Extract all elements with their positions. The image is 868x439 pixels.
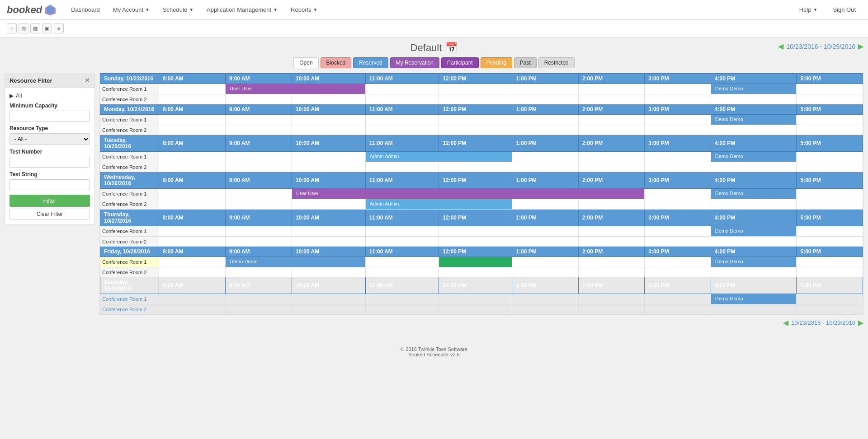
nav-help[interactable]: Help ▼ [794, 3, 823, 17]
sunday-room2-c7[interactable] [578, 94, 644, 104]
sunday-11am: 11:00 AM [365, 74, 439, 84]
nav-app-management[interactable]: Application Management ▼ [201, 3, 283, 17]
thursday-room1-res1[interactable]: Demo Demo [713, 227, 745, 234]
test-number-input[interactable] [9, 157, 90, 168]
table-row: Conference Room 2 [100, 162, 863, 172]
sunday-room1-c2[interactable]: User User [225, 84, 365, 94]
legend-restricted[interactable]: Restricted [538, 57, 575, 68]
sunday-room2-c5[interactable] [439, 94, 512, 104]
table-row: Conference Room 2 [100, 267, 863, 277]
sunday-room1-c7[interactable] [645, 84, 711, 94]
sunday-room2-c9[interactable] [711, 94, 797, 104]
monday-label: Monday, 10/24/2016 [100, 104, 159, 115]
brand: booked [7, 4, 57, 16]
calendar-icon: 📅 [445, 42, 458, 54]
test-string-input[interactable] [9, 179, 90, 190]
monday-room1-res1[interactable]: Demo Demo [713, 116, 745, 123]
toolbar-monthly-icon[interactable]: ▣ [42, 23, 52, 33]
legend-blocked[interactable]: Blocked [321, 57, 352, 68]
footer-line2: Booked Scheduler v2.6 [7, 352, 861, 357]
friday-room1-res2[interactable] [441, 262, 445, 264]
nav-reports[interactable]: Reports ▼ [285, 3, 323, 17]
wednesday-room1-res1[interactable]: User User [294, 190, 321, 197]
legend-pending[interactable]: Pending [481, 57, 512, 68]
test-number-label: Test Number [9, 149, 90, 155]
min-capacity-input[interactable] [9, 111, 90, 121]
sunday-room2-c1[interactable] [159, 94, 226, 104]
calendar-title: Default 📅 [410, 42, 458, 54]
sunday-room1-res2[interactable]: Demo Demo [713, 85, 745, 92]
table-row: Conference Room 1 Demo Demo [100, 115, 863, 125]
bottom-prev-arrow[interactable]: ◀ [783, 318, 788, 327]
wednesday-room2-res1[interactable]: Admin Admin [368, 200, 401, 207]
sunday-room2-c6[interactable] [512, 94, 578, 104]
legend-open[interactable]: Open [293, 57, 318, 68]
bottom-next-arrow[interactable]: ▶ [858, 318, 863, 327]
toolbar-home-icon[interactable]: ⌂ [7, 23, 17, 33]
sunday-room1-c4[interactable] [439, 84, 512, 94]
bottom-date-nav: ◀ 10/23/2016 - 10/29/2016 ▶ [5, 315, 863, 331]
sunday-room1-c9[interactable] [797, 84, 863, 94]
friday-room1-res1[interactable]: Demo Demo [227, 258, 260, 265]
legend-participant[interactable]: Participant [441, 57, 479, 68]
logo-text: booked [7, 4, 42, 16]
tuesday-room2-name: Conference Room 2 [100, 162, 159, 172]
sidebar-close-icon[interactable]: ✕ [85, 77, 90, 84]
app-management-caret: ▼ [273, 7, 278, 12]
clear-filter-button[interactable]: Clear Filter [9, 209, 90, 220]
sunday-4pm: 4:00 PM [711, 74, 797, 84]
tuesday-room1-res2[interactable]: Demo Demo [713, 153, 745, 160]
legend-reserved[interactable]: Reserved [353, 57, 388, 68]
nav-dashboard[interactable]: Dashboard [66, 3, 105, 17]
wednesday-room2-name: Conference Room 2 [100, 199, 159, 210]
friday-room1-name: Conference Room 1 [100, 257, 159, 267]
toolbar-list-icon[interactable]: ≡ [54, 23, 64, 33]
day-wednesday: Wednesday, 10/26/2016 8:00 AM 9:00 AM 10… [100, 172, 863, 189]
filter-button[interactable]: Filter [9, 195, 90, 207]
monday-room2-name: Conference Room 2 [100, 125, 159, 135]
sunday-room2-c4[interactable] [365, 94, 439, 104]
legend-past[interactable]: Past [514, 57, 537, 68]
sunday-2pm: 2:00 PM [578, 74, 644, 84]
schedule-caret: ▼ [189, 7, 193, 12]
toolbar-daily-icon[interactable]: ▤ [19, 23, 28, 33]
tuesday-room1-res1[interactable]: Admin Admin [368, 153, 401, 160]
sunday-room2-c8[interactable] [645, 94, 711, 104]
friday-room1-res3[interactable]: Demo Demo [713, 258, 745, 265]
sunday-room1-c1[interactable] [159, 84, 226, 94]
day-monday: Monday, 10/24/2016 8:00 AM 9:00 AM 10:00… [100, 104, 863, 115]
saturday-label: Saturday, 10/29/2016 [100, 277, 159, 294]
toolbar-weekly-icon[interactable]: ▦ [30, 23, 40, 33]
prev-week-arrow[interactable]: ◀ [778, 42, 783, 51]
schedule-table: Sunday, 10/23/2016 8:00 AM 9:00 AM 10:00… [100, 73, 863, 314]
table-row: Conference Room 1 Demo Demo [100, 294, 863, 304]
nav-my-account[interactable]: My Account ▼ [108, 3, 155, 17]
filter-all-label: All [16, 93, 22, 99]
next-week-arrow[interactable]: ▶ [858, 42, 863, 51]
sunday-room2-c2[interactable] [225, 94, 292, 104]
sunday-room1-c6[interactable] [578, 84, 644, 94]
legend-my-reservation[interactable]: My Reservation [390, 57, 439, 68]
sunday-room1-c8[interactable]: Demo Demo [711, 84, 797, 94]
sunday-3pm: 3:00 PM [645, 74, 711, 84]
legend: Open Blocked Reserved My Reservation Par… [5, 57, 863, 68]
sunday-room2-c10[interactable] [797, 94, 863, 104]
date-range-text: 10/23/2016 - 10/29/2016 [786, 43, 855, 50]
table-row: Conference Room 1 Demo Demo [100, 257, 863, 267]
sidebar-body: ▶ All Minimum Capacity Resource Type - A… [5, 88, 94, 224]
thursday-room1-name: Conference Room 1 [100, 226, 159, 237]
sunday-room2-c3[interactable] [292, 94, 365, 104]
nav-schedule[interactable]: Schedule ▼ [157, 3, 199, 17]
resource-type-label: Resource Type [9, 125, 90, 131]
test-string-section: Test String [9, 171, 90, 190]
resource-type-select[interactable]: - All - [9, 133, 90, 145]
test-string-label: Test String [9, 171, 90, 177]
table-row: Conference Room 2 [100, 125, 863, 135]
sunday-room1-res1[interactable]: User User [227, 85, 255, 92]
nav-sign-out[interactable]: Sign Out [827, 3, 861, 17]
wednesday-room1-res2[interactable]: Demo Demo [713, 190, 745, 197]
saturday-room1-res1[interactable]: Demo Demo [713, 295, 745, 302]
thursday-room2-name: Conference Room 2 [100, 237, 159, 247]
sunday-room1-c3[interactable] [365, 84, 439, 94]
sunday-room1-c5[interactable] [512, 84, 578, 94]
